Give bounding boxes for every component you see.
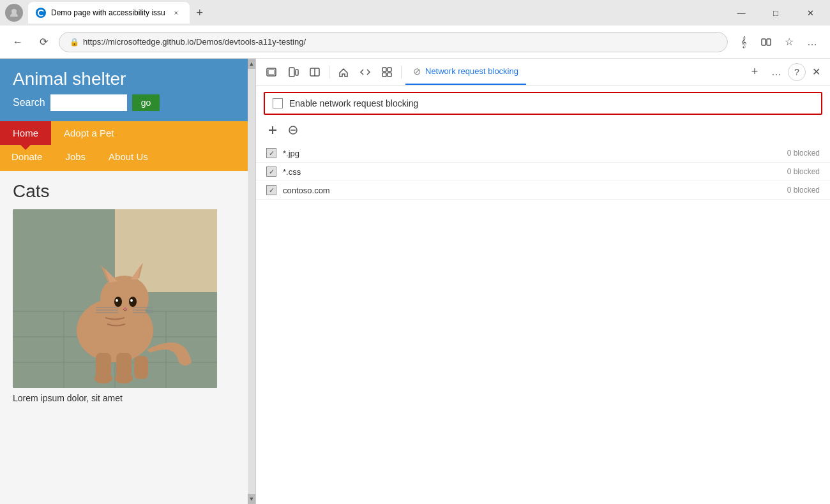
cats-heading: Cats <box>13 181 243 202</box>
user-avatar <box>5 4 23 22</box>
enable-blocking-checkbox[interactable] <box>273 98 283 108</box>
add-tab-button[interactable]: + <box>744 65 765 78</box>
address-bar-actions: 𝄞 ☆ … <box>733 32 822 52</box>
new-tab-button[interactable]: + <box>191 4 209 22</box>
svg-point-13 <box>100 276 149 322</box>
svg-point-19 <box>129 297 137 307</box>
nav-secondary: Donate Jobs About Us <box>0 145 255 171</box>
scrollbar[interactable]: ▲ ▼ <box>248 59 255 504</box>
screenshot-icon-button[interactable] <box>261 62 282 82</box>
devtools-toolbar: ⊘ Network request blocking + … ? ✕ <box>256 59 830 85</box>
nav-home-link[interactable]: Home <box>0 121 51 145</box>
pattern-css: *.css <box>283 167 781 177</box>
svg-point-21 <box>130 299 133 302</box>
svg-point-18 <box>114 297 122 307</box>
network-request-blocking-panel: Enable network request blocking ✓ *.jpg … <box>256 85 830 504</box>
svg-rect-36 <box>289 68 294 77</box>
devtools-tabs: ⊘ Network request blocking <box>405 59 743 85</box>
devtools-panel: ⊘ Network request blocking + … ? ✕ Enabl… <box>255 59 830 504</box>
lock-icon: 🔒 <box>70 38 79 47</box>
svg-point-32 <box>94 373 112 383</box>
cat-image <box>13 209 217 388</box>
device-toolbar-button[interactable] <box>283 62 303 82</box>
toolbar-separator-2 <box>401 66 402 78</box>
maximize-button[interactable]: □ <box>761 3 790 23</box>
webpage-title: Animal shelter <box>13 69 243 89</box>
code-icon-button[interactable] <box>355 62 375 82</box>
svg-rect-2 <box>762 39 766 45</box>
blocking-actions <box>256 121 830 144</box>
svg-rect-37 <box>296 70 298 75</box>
toolbar-separator-1 <box>329 66 329 78</box>
devtools-close-button[interactable]: ✕ <box>807 63 825 81</box>
count-jpg: 0 blocked <box>787 149 820 158</box>
title-bar: Demo page with accessibility issu × + — … <box>0 0 830 26</box>
active-tab[interactable]: Demo page with accessibility issu × <box>28 2 190 24</box>
blocking-patterns-list: ✓ *.jpg 0 blocked ✓ *.css 0 blocked ✓ co… <box>256 144 830 504</box>
url-text: https://microsoftedge.github.io/Demos/de… <box>83 37 306 47</box>
back-button[interactable]: ← <box>8 32 28 52</box>
scroll-up-arrow[interactable]: ▲ <box>248 59 255 69</box>
item-checkbox-jpg[interactable]: ✓ <box>266 148 276 158</box>
count-css: 0 blocked <box>787 167 820 176</box>
svg-rect-41 <box>388 68 391 71</box>
nav-adopt-link[interactable]: Adopt a Pet <box>51 121 126 145</box>
more-button[interactable]: … <box>802 32 822 52</box>
pattern-contoso: contoso.com <box>283 186 781 195</box>
split-view-button[interactable] <box>305 62 325 82</box>
svg-point-20 <box>116 299 118 302</box>
item-checkbox-css[interactable]: ✓ <box>266 167 276 177</box>
close-button[interactable]: ✕ <box>796 3 825 23</box>
tab-strip: Demo page with accessibility issu × + <box>28 2 721 24</box>
network-request-blocking-tab[interactable]: ⊘ Network request blocking <box>405 59 526 85</box>
favorites-button[interactable]: ☆ <box>779 32 799 52</box>
home-icon-button[interactable] <box>333 62 354 82</box>
enable-blocking-label: Enable network request blocking <box>289 98 418 108</box>
webpage-header: Animal shelter Search go <box>0 59 255 121</box>
help-button[interactable]: ? <box>788 63 806 81</box>
list-item[interactable]: ✓ contoso.com 0 blocked <box>256 181 830 200</box>
main-area: Animal shelter Search go Home Adopt a Pe… <box>0 59 830 504</box>
url-bar[interactable]: 🔒 https://microsoftedge.github.io/Demos/… <box>59 32 728 52</box>
edge-favicon <box>36 8 46 18</box>
nav-about-link[interactable]: About Us <box>97 145 160 168</box>
list-item[interactable]: ✓ *.jpg 0 blocked <box>256 144 830 163</box>
svg-point-1 <box>36 8 46 18</box>
tab-close-button[interactable]: × <box>170 7 182 19</box>
add-pattern-button[interactable] <box>264 121 282 139</box>
search-row: Search go <box>13 94 243 111</box>
read-aloud-button[interactable]: 𝄞 <box>733 32 753 52</box>
svg-rect-42 <box>382 73 386 77</box>
search-label: Search <box>13 97 45 108</box>
pattern-jpg: *.jpg <box>283 149 781 158</box>
svg-rect-3 <box>767 39 771 45</box>
lorem-text: Lorem ipsum dolor, sit amet <box>13 393 243 403</box>
svg-rect-31 <box>134 356 148 379</box>
clear-all-button[interactable] <box>284 121 302 139</box>
enable-blocking-row[interactable]: Enable network request blocking <box>264 92 822 115</box>
count-contoso: 0 blocked <box>787 186 820 195</box>
svg-rect-43 <box>388 73 391 77</box>
nav-bar: Home Adopt a Pet <box>0 121 255 145</box>
search-input[interactable] <box>50 94 127 111</box>
minimize-button[interactable]: — <box>727 3 756 23</box>
scroll-down-arrow[interactable]: ▼ <box>248 494 255 504</box>
webpage-body: Cats <box>0 171 255 504</box>
svg-rect-40 <box>382 68 386 71</box>
webpage-panel: Animal shelter Search go Home Adopt a Pe… <box>0 59 255 504</box>
svg-point-33 <box>115 373 133 383</box>
immersive-reader-button[interactable] <box>756 32 776 52</box>
grid-icon-button[interactable] <box>377 62 397 82</box>
tab-title: Demo page with accessibility issu <box>51 8 165 17</box>
address-bar: ← ⟳ 🔒 https://microsoftedge.github.io/De… <box>0 26 830 59</box>
svg-rect-35 <box>268 70 275 75</box>
window-controls: — □ ✕ <box>727 3 825 23</box>
item-checkbox-contoso[interactable]: ✓ <box>266 185 276 195</box>
nav-jobs-link[interactable]: Jobs <box>54 145 97 168</box>
refresh-button[interactable]: ⟳ <box>33 32 54 52</box>
more-tabs-button[interactable]: … <box>766 66 787 78</box>
list-item[interactable]: ✓ *.css 0 blocked <box>256 163 830 181</box>
go-button[interactable]: go <box>132 94 160 111</box>
